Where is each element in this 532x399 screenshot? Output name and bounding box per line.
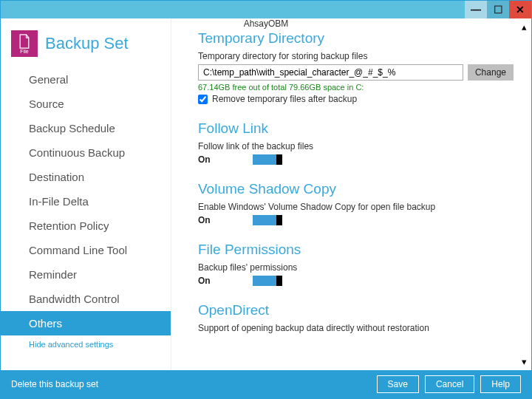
file-perm-state: On	[198, 276, 216, 286]
vss-toggle[interactable]	[253, 215, 282, 225]
file-perm-title: File Permissions	[198, 242, 514, 258]
section-open-direct: OpenDirect Support of opening backup dat…	[198, 302, 514, 333]
file-icon-svg	[18, 34, 31, 49]
follow-link-toggle[interactable]	[253, 154, 282, 165]
delete-backup-set-link[interactable]: Delete this backup set	[11, 379, 98, 389]
section-temp-dir: Temporary Directory Temporary directory …	[198, 30, 514, 104]
vss-subtitle: Enable Windows' Volume Shadow Copy for o…	[198, 202, 514, 212]
change-button[interactable]: Change	[468, 64, 514, 81]
vss-state: On	[198, 215, 216, 225]
open-direct-title: OpenDirect	[198, 302, 514, 318]
section-file-perm: File Permissions Backup files' permissio…	[198, 242, 514, 286]
sidebar-item-in-file-delta[interactable]: In-File Delta	[1, 189, 171, 214]
remove-temp-label: Remove temporary files after backup	[212, 94, 357, 104]
scroll-up-icon[interactable]: ▴	[522, 21, 527, 33]
file-icon: File	[11, 30, 38, 57]
sidebar-item-reminder[interactable]: Reminder	[1, 262, 171, 287]
free-space-text: 67.14GB free out of total 79.66GB space …	[198, 83, 514, 92]
hide-advanced-link[interactable]: Hide advanced settings	[1, 335, 171, 353]
scroll-down-icon[interactable]: ▾	[522, 356, 527, 367]
file-perm-subtitle: Backup files' permissions	[198, 262, 514, 273]
save-button[interactable]: Save	[377, 375, 419, 393]
temp-dir-input[interactable]	[198, 64, 463, 81]
close-button[interactable]: ✕	[509, 1, 531, 18]
follow-link-state: On	[198, 154, 216, 165]
temp-dir-title: Temporary Directory	[198, 30, 514, 47]
sidebar-item-continuous-backup[interactable]: Continuous Backup	[1, 140, 171, 165]
window-controls: — ☐ ✕	[465, 1, 531, 18]
sidebar-item-source[interactable]: Source	[1, 92, 171, 116]
content-inner: Temporary Directory Temporary directory …	[198, 30, 514, 363]
sidebar-item-bandwidth-control[interactable]: Bandwidth Control	[1, 287, 171, 311]
sidebar: File Backup Set General Source Backup Sc…	[1, 18, 171, 370]
footer-buttons: Save Cancel Help	[377, 375, 521, 393]
titlebar-inner: — ☐ ✕	[1, 1, 531, 18]
body: File Backup Set General Source Backup Sc…	[1, 18, 531, 370]
temp-dir-row: Change	[198, 64, 514, 81]
sidebar-item-destination[interactable]: Destination	[1, 165, 171, 189]
vss-toggle-row: On	[198, 215, 514, 225]
file-perm-toggle-row: On	[198, 276, 514, 286]
follow-link-subtitle: Follow link of the backup files	[198, 141, 514, 151]
file-icon-label: File	[20, 49, 28, 54]
sidebar-item-others[interactable]: Others	[1, 311, 171, 335]
backup-set-header: File Backup Set	[1, 26, 171, 67]
titlebar: — ☐ ✕ AhsayOBM	[1, 1, 531, 18]
follow-link-toggle-row: On	[198, 154, 514, 165]
section-vss: Volume Shadow Copy Enable Windows' Volum…	[198, 181, 514, 225]
follow-link-title: Follow Link	[198, 120, 514, 137]
open-direct-subtitle: Support of opening backup data directly …	[198, 323, 514, 333]
sidebar-item-retention-policy[interactable]: Retention Policy	[1, 214, 171, 238]
sidebar-item-general[interactable]: General	[1, 67, 171, 92]
content-panel: ▴ Temporary Directory Temporary director…	[171, 18, 531, 370]
sidebar-item-backup-schedule[interactable]: Backup Schedule	[1, 116, 171, 140]
sidebar-item-command-line-tool[interactable]: Command Line Tool	[1, 238, 171, 262]
temp-dir-subtitle: Temporary directory for storing backup f…	[198, 51, 514, 61]
vss-title: Volume Shadow Copy	[198, 181, 514, 197]
file-perm-toggle[interactable]	[253, 276, 282, 286]
backup-set-title: Backup Set	[45, 34, 129, 53]
remove-temp-checkbox[interactable]	[198, 95, 208, 104]
footer: Delete this backup set Save Cancel Help	[1, 370, 531, 398]
maximize-button[interactable]: ☐	[487, 1, 509, 18]
cancel-button[interactable]: Cancel	[425, 375, 474, 393]
remove-temp-row: Remove temporary files after backup	[198, 94, 514, 104]
section-follow-link: Follow Link Follow link of the backup fi…	[198, 120, 514, 165]
help-button[interactable]: Help	[480, 375, 521, 393]
minimize-button[interactable]: —	[465, 1, 487, 18]
app-window: — ☐ ✕ AhsayOBM File Backup Set General S…	[0, 0, 532, 399]
